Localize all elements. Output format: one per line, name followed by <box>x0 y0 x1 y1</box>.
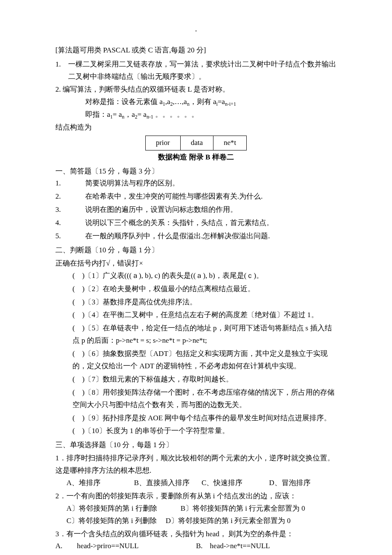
mc-q3-options-row2: C. head->ne*t==head D. head->ne*t-> prir… <box>55 552 337 555</box>
option-a: A〕将邻接矩阵的第 i 行删除 <box>66 504 157 512</box>
option-a: A. head->priro==NULL <box>55 540 196 552</box>
mc-q1-options: A、堆排序 B、直接插入排序 C、快速排序 D、冒泡排序 <box>55 477 337 489</box>
question-number: 2. <box>55 85 61 93</box>
node-struct-table: prior data ne*t <box>145 136 247 150</box>
short-answer-4: 4.说明以下三个概念的关系：头指针，头结点，首元素结点。 <box>55 217 337 229</box>
true-false-2: ( )〔2〕在哈夫曼树中，权值最小的结点离根结点最近。 <box>55 283 337 295</box>
question-number: 1. <box>55 58 68 83</box>
true-false-6: ( )〔6〕抽象数据类型〔ADT〕包括定义和实现两方面，其中定义是独立于实现的，… <box>55 348 337 373</box>
mc-question-1: 1．排序时扫描待排序记录序列，顺次比较相邻的两个元素的大小，逆序时就交换位置。这… <box>55 452 337 477</box>
option-c: C. head->ne*t==head <box>55 552 196 555</box>
option-b: B、直接插入排序 <box>134 477 202 489</box>
node-cell-next: ne*t <box>213 136 247 150</box>
node-cell-prior: prior <box>145 136 180 150</box>
option-b: B. head->ne*t==NULL <box>196 540 337 552</box>
option-c: C〕将邻接矩阵的第 i 列删除 <box>66 517 157 525</box>
true-false-1: ( )〔1〕广义表(((ａ), b), c) 的表头是((ａ), b)，表尾是(… <box>55 270 337 282</box>
mc-q3-options-row1: A. head->priro==NULL B. head->ne*t==NULL <box>55 540 337 552</box>
option-d: D〕将邻接矩阵的第 i 列元素全部置为 0 <box>166 517 291 525</box>
true-false-4: ( )〔4〕在平衡二叉树中，任意结点左右子树的高度差〔绝对值〕不超过 1。 <box>55 309 337 321</box>
question-text: 编写算法，判断带头结点的双循环链表 L 是否对称。 <box>63 85 230 93</box>
section-2-title: 二、判断题〔10 分，每题 1 分〕 <box>55 244 337 257</box>
short-answer-3: 3.说明在图的遍历中，设置访问标志数组的作用。 <box>55 204 337 216</box>
mc-q2-options-row1: A〕将邻接矩阵的第 i 行删除 B〕将邻接矩阵的第 i 行元素全部置为 0 <box>55 503 337 515</box>
true-false-3: ( )〔3〕基数排序是高位优先排序法。 <box>55 296 337 309</box>
mc-q2-options-row2: C〕将邻接矩阵的第 i 列删除 D〕将邻接矩阵的第 i 列元素全部置为 0 <box>55 515 337 527</box>
algo-q2-symmetry-ex: 即指：a1= an，a2= an-1 。。。。。。 <box>55 109 337 121</box>
option-c: C、快速排序 <box>202 477 269 489</box>
option-d: D. head->ne*t-> priro==NULL <box>196 552 337 555</box>
option-a: A、堆排序 <box>66 477 134 489</box>
option-b: B〕将邻接矩阵的第 i 行元素全部置为 0 <box>181 504 305 512</box>
node-struct-label: 结点构造为 <box>55 121 337 134</box>
true-false-8: ( )〔8〕用邻接矩阵法存储一个图时，在不考虑压缩存储的情况下，所占用的存储空间… <box>55 387 337 411</box>
true-false-9: ( )〔9〕拓扑排序是按 AOE 网中每个结点事件的最早发生时间对结点进展排序。 <box>55 412 337 425</box>
algo-question-2: 2. 编写算法，判断带头结点的双循环链表 L 是否对称。 <box>55 84 337 96</box>
short-answer-2: 2.在哈希表中，发生冲突的可能性与哪些因素有关.为什么. <box>55 191 337 203</box>
short-answer-5: 5.在一般的顺序队列中，什么是假溢出.怎样解决假溢出问题. <box>55 230 337 243</box>
section-3-title: 三、单项选择题〔10 分，每题 1 分〕 <box>55 439 337 451</box>
appendix-title: 数据构造 附录 B 样卷二 <box>55 151 337 164</box>
algo-question-1: 1. 一棵二叉树采用二叉链表存放，写一算法，要求统计出二叉树中叶子结点个数并输出… <box>55 58 337 83</box>
short-answer-1: 1.简要说明算法与程序的区别。 <box>55 177 337 190</box>
true-false-5: ( )〔5〕在单链表中，给定任一结点的地址 p，则可用下述语句将新结点 s 插入… <box>55 322 337 347</box>
question-text: 一棵二叉树采用二叉链表存放，写一算法，要求统计出二叉树中叶子结点个数并输出二叉树… <box>68 58 337 83</box>
header-marker: - <box>55 26 337 36</box>
section-1-title: 一、简答题〔15 分，每题 3 分〕 <box>55 165 337 178</box>
node-cell-data: data <box>180 136 213 150</box>
algo-intro: [算法题可用类 PASCAL 或类 C 语言,每题 20 分] <box>55 44 337 57</box>
option-d: D、冒泡排序 <box>269 477 337 489</box>
true-false-7: ( )〔7〕数组元素的下标值越大，存取时间越长。 <box>55 373 337 386</box>
algo-q2-symmetry-def: 对称是指：设各元素值 a1,a2,…,an，则有 ai=an-i+1 <box>55 96 337 109</box>
true-false-intro: 正确在括号内打√，错误打× <box>55 257 337 270</box>
true-false-10: ( )〔10〕长度为 1 的串等价于一个字符型常量。 <box>55 425 337 437</box>
mc-question-3: 3．有一个含头结点的双向循环链表，头指针为 head， 则其为空的条件是： <box>55 528 337 541</box>
mc-question-2: 2．一个有向图的邻接矩阵表示，要删除所有从第 i 个结点发出的边，应该： <box>55 490 337 503</box>
